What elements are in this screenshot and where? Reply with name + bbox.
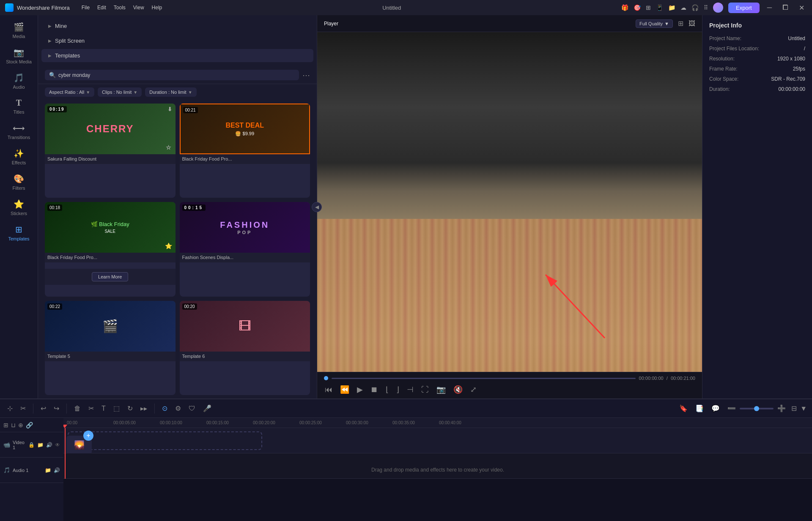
ripple-button[interactable]: ⊙ [160,403,170,414]
grid-icon[interactable]: ⊞ [646,4,651,11]
progress-track[interactable] [332,378,636,379]
settings-button[interactable]: ▼ [800,405,807,412]
fullscreen-button[interactable]: ⛶ [420,385,430,395]
menu-help[interactable]: Help [152,5,162,11]
nav-mine[interactable]: ▶ Mine [41,19,313,33]
tool-media[interactable]: 🎬 Media [3,19,35,42]
media-drop-zone[interactable]: + 🌄 [68,431,262,450]
clip-button[interactable]: 🛡 [187,404,198,414]
mark-out-button[interactable]: ⌋ [395,384,400,395]
target-icon[interactable]: 🎯 [634,4,641,11]
record-button[interactable]: 🎤 [201,403,214,414]
player-tab[interactable]: Player [324,21,338,27]
delete-button[interactable]: 🗑 [72,404,83,414]
magnet-button[interactable]: ⊕ [18,422,23,428]
playhead-indicator[interactable] [324,376,328,380]
menu-tools[interactable]: Tools [114,5,126,11]
snap-button[interactable]: ⚙ [173,403,183,414]
search-input[interactable] [58,72,295,78]
close-button[interactable]: ✕ [796,3,807,13]
avatar[interactable] [713,3,723,13]
audio-track-volume-icon[interactable]: 🔊 [54,467,60,473]
menu-edit[interactable]: Edit [97,5,106,11]
tool-filters[interactable]: 🎨 Filters [3,170,35,194]
video-track-eye-icon[interactable]: 👁 [55,442,60,448]
learn-more-button[interactable]: Learn More [92,272,128,281]
prev-frame-button[interactable]: ⏮ [324,385,333,395]
template-card-cherry[interactable]: CHERRY 00:19 ⬇ ☆ Sakura Falling Discount [45,104,176,198]
nav-split-screen[interactable]: ▶ Split Screen [41,34,313,47]
zoom-track[interactable] [740,408,774,409]
menu-view[interactable]: View [133,5,144,11]
fit-track-button[interactable]: ⊞ [3,422,8,428]
play-button[interactable]: ▶ [356,384,364,395]
grid-view-icon[interactable]: ⊞ [678,19,683,27]
clips-filter[interactable]: Clips : No limit ▼ [98,87,142,97]
file-icon[interactable]: 📁 [668,4,675,11]
tool-filters-label: Filters [13,185,25,191]
template-card-blackfriday[interactable]: 🌿 Black Friday SALE 00:18 ⭐ Learn More B… [45,202,176,296]
tool-templates[interactable]: ⊞ Templates [3,221,35,245]
split-button[interactable]: ⊣ [406,384,414,395]
tool-audio[interactable]: 🎵 Audio [3,69,35,93]
more-tools-button[interactable]: ▸▸ [138,403,149,414]
stop-button[interactable]: ⏹ [370,385,379,395]
expand-button[interactable]: ⤢ [469,384,477,395]
aspect-ratio-filter[interactable]: Aspect Ratio : All ▼ [45,87,94,97]
apps-icon[interactable]: ⠿ [704,4,708,11]
tool-effects[interactable]: ✨ Effects [3,145,35,169]
maximize-button[interactable]: ⧠ [779,3,791,12]
tool-stickers[interactable]: ⭐ Stickers [3,196,35,219]
ruler-mark: 00:00:05:00 [113,420,160,425]
screenshot-button[interactable]: 📷 [436,384,447,395]
image-view-icon[interactable]: 🖼 [689,20,695,27]
zoom-out-button[interactable]: ➖ [725,403,738,414]
chapter-button[interactable]: 📑 [693,403,706,414]
phone-icon[interactable]: 📱 [656,4,663,11]
duration-filter[interactable]: Duration : No limit ▼ [145,87,196,97]
markers-button[interactable]: 🔖 [677,403,690,414]
nav-templates[interactable]: ▶ Templates [41,49,313,62]
audio-track-folder-icon[interactable]: 📁 [45,467,51,473]
quality-selector[interactable]: Full Quality ▼ [636,19,673,28]
cloud-icon[interactable]: ☁ [680,4,686,11]
add-track-button[interactable]: ⊔ [11,422,16,428]
select-tool-button[interactable]: ⊹ [5,403,15,414]
video-track-volume-icon[interactable]: 🔊 [46,442,52,448]
video-track-lock-icon[interactable]: 🔒 [28,442,35,448]
template-card-6[interactable]: 🎞 00:20 Template 6 [180,301,310,395]
template-card-5[interactable]: 🎬 00:22 Template 5 [45,301,176,395]
mark-in-button[interactable]: ⌊ [385,384,390,395]
text-button[interactable]: T [99,404,108,414]
tool-titles[interactable]: T Titles [3,95,35,118]
menu-file[interactable]: File [82,5,90,11]
tool-stock-media[interactable]: 📷 Stock Media [3,44,35,68]
add-media-button[interactable]: + [83,431,93,441]
more-options-button[interactable]: ⋯ [302,71,310,80]
export-button[interactable]: Export [728,3,760,13]
video-track-folder-icon[interactable]: 📁 [37,442,44,448]
layout-button[interactable]: ⊟ [791,404,797,412]
step-back-button[interactable]: ⏪ [339,384,350,395]
template-card-fashion[interactable]: FASHION POP 00:15 Fashion Scenes Displa.… [180,202,310,296]
minimize-button[interactable]: ─ [765,3,774,12]
quality-arrow-icon: ▼ [664,21,669,26]
template-card-bestdeal[interactable]: BEST DEAL 🍔 $9.99 00:21 Black Friday Foo… [180,104,310,198]
trim-tool-button[interactable]: ✂ [18,403,28,414]
caption-button[interactable]: 💬 [709,403,722,414]
rotate-button[interactable]: ↻ [125,403,135,414]
gift-icon[interactable]: 🎁 [621,4,628,11]
tool-transitions[interactable]: ⟷ Transitions [3,120,35,143]
crop-button[interactable]: ⬚ [111,403,122,414]
headphone-icon[interactable]: 🎧 [691,4,699,11]
filters-icon: 🎨 [14,174,24,184]
redo-button[interactable]: ↪ [52,403,61,414]
audio-icon: 🎵 [14,73,24,83]
undo-button[interactable]: ↩ [38,403,48,414]
zoom-in-button[interactable]: ➕ [775,403,788,414]
panel-collapse-button[interactable]: ◀ [312,202,322,212]
playhead[interactable] [65,428,66,479]
mute-button[interactable]: 🔇 [453,384,464,395]
link-button[interactable]: 🔗 [26,422,33,428]
cut-button[interactable]: ✂ [86,403,96,414]
